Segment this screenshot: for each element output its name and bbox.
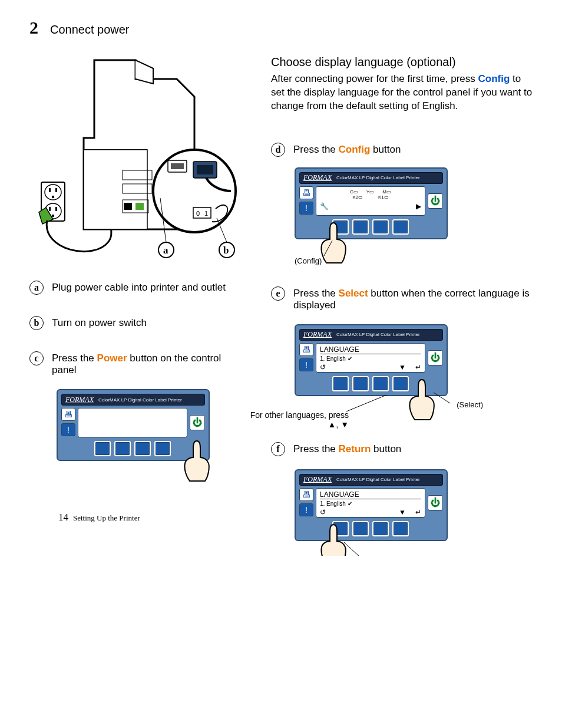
soft-button-4[interactable] <box>392 219 409 235</box>
other-lang-note: For other languages, press ▲, ▼ <box>249 410 349 429</box>
bullet-d: d <box>271 143 285 157</box>
step-d: d Press the Config button <box>271 143 533 157</box>
svg-rect-14 <box>124 203 132 210</box>
svg-point-5 <box>52 196 54 198</box>
svg-text:a: a <box>163 245 168 256</box>
svg-line-30 <box>324 241 332 256</box>
svg-rect-7 <box>55 207 57 211</box>
step-b: b Turn on power switch <box>29 316 247 330</box>
down-arrow-icon: ▼ <box>399 508 406 516</box>
subheading: Choose display language (optional) <box>271 55 533 69</box>
select-caption: (Select) <box>457 400 483 409</box>
printer-icon: 🖶 <box>299 343 313 356</box>
f-prefix: Press the <box>293 443 339 454</box>
select-button[interactable] <box>392 376 409 391</box>
config-caption: (Config) <box>295 256 322 265</box>
panel-d: FORMAXColorMAX LP Digital Color Label Pr… <box>295 167 448 239</box>
panel-e: FORMAXColorMAX LP Digital Color Label Pr… <box>295 324 448 396</box>
down-arrow-icon: ▼ <box>340 420 349 429</box>
down-arrow-icon: ▼ <box>399 363 406 371</box>
alert-icon: ! <box>299 202 313 215</box>
soft-button-3[interactable] <box>134 441 151 456</box>
soft-button-2[interactable] <box>352 219 369 235</box>
wrench-icon: 🔧 <box>320 202 329 210</box>
svg-line-33 <box>344 542 359 556</box>
step-header: 2 Connect power <box>29 18 533 38</box>
printer-power-illustration: 01 a b <box>29 55 247 268</box>
check-icon: ✔ <box>348 500 352 507</box>
svg-rect-18 <box>171 163 184 169</box>
alert-icon: ! <box>299 358 313 371</box>
panel-brand: FORMAX <box>65 396 94 404</box>
intro-paragraph: After connecting power for the first tim… <box>271 73 533 113</box>
intro-config: Config <box>478 73 510 84</box>
step-c-prefix: Press the <box>52 353 97 364</box>
callout-line <box>434 391 451 407</box>
page-number: 14 <box>58 512 68 523</box>
soft-button-2[interactable] <box>114 441 131 456</box>
step-b-text: Turn on power switch <box>52 316 247 329</box>
svg-rect-6 <box>49 207 51 211</box>
svg-rect-15 <box>135 203 144 210</box>
step-e: e Press the Select button when the corre… <box>271 286 533 311</box>
f-suffix: button <box>371 443 401 454</box>
step-f-text: Press the Return button <box>293 442 533 455</box>
return-icon: ↺ <box>320 363 326 371</box>
step-title: Connect power <box>50 23 130 37</box>
callout-line <box>346 394 388 414</box>
soft-button-1[interactable] <box>94 441 111 456</box>
panel-screen-lang: LANGUAGE 1. English ✔ ↺ ▼ ↵ <box>316 343 425 373</box>
svg-rect-4 <box>55 188 57 192</box>
svg-rect-3 <box>49 188 51 192</box>
callout-line <box>323 239 335 257</box>
soft-button-1[interactable] <box>332 376 349 391</box>
step-c: c Press the Power button on the control … <box>29 351 247 376</box>
soft-button-3[interactable] <box>372 521 389 536</box>
f-bold: Return <box>339 443 371 454</box>
soft-button-4[interactable] <box>392 521 409 536</box>
check-icon: ✔ <box>348 355 352 362</box>
panel-screen-lang: LANGUAGE 1. English ✔ ↺ ▼ ↵ <box>316 488 425 518</box>
printer-icon: 🖶 <box>299 488 313 501</box>
panel-screen-ink: C▭ Y▭ M▭ K2▭ K1▭ 🔧 ▶ <box>316 186 425 216</box>
step-f: f Press the Return button <box>271 442 533 456</box>
power-button[interactable]: ⏻ <box>428 495 443 510</box>
intro-p1: After connecting power for the first tim… <box>271 73 478 84</box>
section-title: Setting Up the Printer <box>73 513 140 523</box>
enter-arrow-icon: ↵ <box>415 508 421 516</box>
bullet-c: c <box>29 351 44 365</box>
svg-point-8 <box>52 215 54 217</box>
step-a: a Plug power cable into printer and outl… <box>29 281 247 295</box>
svg-rect-10 <box>84 150 147 229</box>
printer-icon: 🖶 <box>61 408 75 421</box>
return-icon: ↺ <box>320 508 326 516</box>
soft-button-2[interactable] <box>352 376 369 391</box>
soft-button-4[interactable] <box>154 441 171 456</box>
step-c-text: Press the Power button on the control pa… <box>52 351 247 376</box>
bullet-b: b <box>29 316 44 330</box>
step-c-bold: Power <box>97 353 127 364</box>
return-button[interactable] <box>332 521 349 536</box>
power-button[interactable]: ⏻ <box>190 415 205 430</box>
panel-screen-blank <box>78 408 187 437</box>
soft-button-3[interactable] <box>372 219 389 235</box>
soft-button-2[interactable] <box>352 521 369 536</box>
svg-rect-20 <box>197 165 213 174</box>
up-arrow-icon: ▲ <box>328 420 336 429</box>
step-e-text: Press the Select button when the correct… <box>293 286 533 311</box>
alert-icon: ! <box>61 423 75 436</box>
svg-text:0: 0 <box>196 210 200 217</box>
play-icon: ▶ <box>416 202 421 210</box>
power-button[interactable]: ⏻ <box>428 193 443 209</box>
step-number: 2 <box>29 18 38 38</box>
alert-icon: ! <box>299 503 313 516</box>
panel-tag: ColorMAX LP Digital Color Label Printer <box>98 397 182 403</box>
step-d-text: Press the Config button <box>293 143 533 156</box>
config-button[interactable] <box>332 219 349 235</box>
panel-header: FORMAX ColorMAX LP Digital Color Label P… <box>61 394 205 406</box>
soft-button-3[interactable] <box>372 376 389 391</box>
power-button[interactable]: ⏻ <box>428 350 443 365</box>
bullet-f: f <box>271 442 285 456</box>
step-a-text: Plug power cable into printer and outlet <box>52 281 247 294</box>
enter-arrow-icon: ↵ <box>415 363 421 371</box>
